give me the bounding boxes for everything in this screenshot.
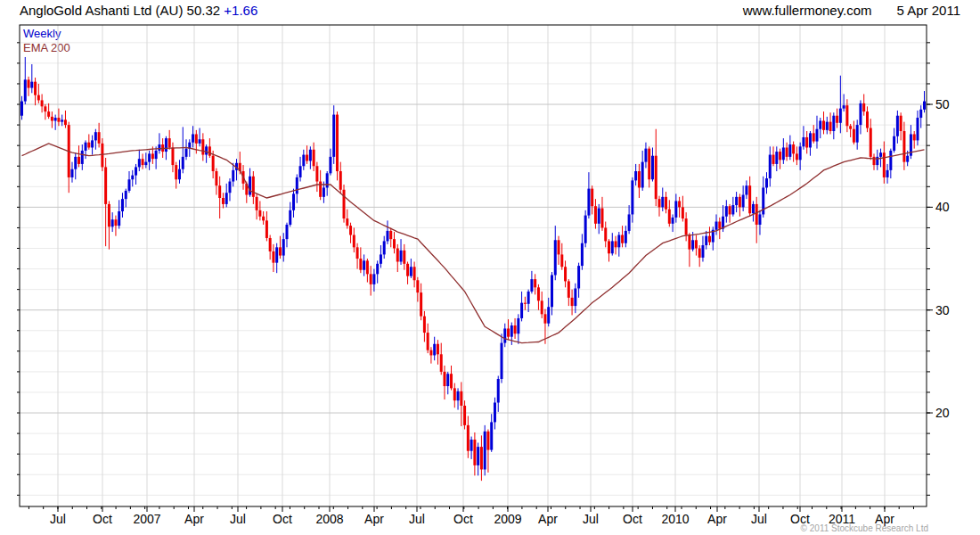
svg-text:Jul: Jul [583, 512, 599, 526]
svg-text:Apr: Apr [707, 512, 727, 526]
candlestick-chart: 20304050JulOct2007AprJulOct2008AprJulOct… [0, 0, 980, 535]
svg-text:Oct: Oct [273, 512, 292, 526]
svg-text:20: 20 [935, 406, 950, 420]
svg-text:Oct: Oct [453, 512, 473, 526]
svg-text:Apr: Apr [538, 512, 558, 526]
svg-text:50: 50 [935, 97, 950, 111]
svg-text:Jul: Jul [50, 512, 66, 526]
svg-text:30: 30 [935, 303, 950, 317]
svg-text:Oct: Oct [623, 512, 642, 526]
svg-text:Jul: Jul [751, 512, 767, 526]
copyright-note: © 2011 Stockcube Research Ltd [801, 523, 928, 533]
svg-text:2010: 2010 [661, 512, 689, 526]
svg-text:2007: 2007 [133, 512, 160, 526]
svg-text:Oct: Oct [93, 512, 112, 526]
svg-text:Jul: Jul [409, 512, 425, 526]
svg-text:Apr: Apr [184, 512, 204, 526]
svg-text:40: 40 [935, 200, 950, 214]
svg-text:Jul: Jul [230, 512, 246, 526]
svg-text:2008: 2008 [315, 512, 343, 526]
svg-text:Apr: Apr [364, 512, 384, 526]
chart-window: { "header": { "title": "AngloGold Ashant… [0, 0, 980, 535]
svg-text:2009: 2009 [494, 512, 521, 526]
